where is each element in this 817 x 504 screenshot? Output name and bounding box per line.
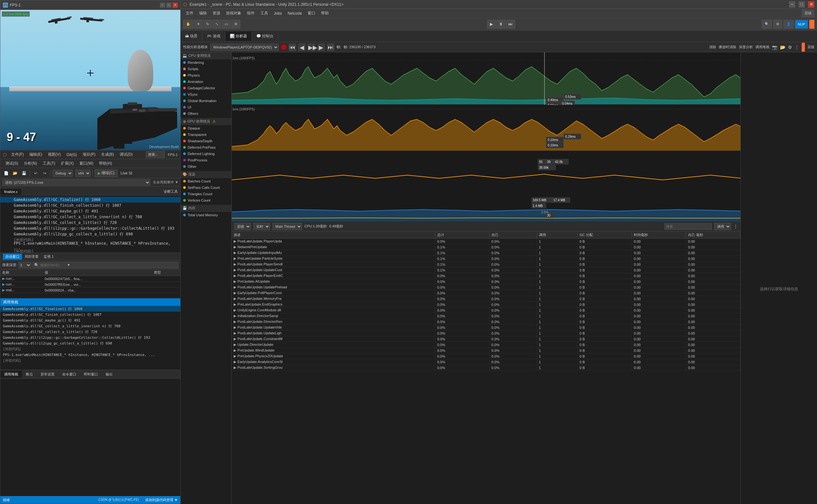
vs-tb-open[interactable]: 📂 (11, 169, 19, 177)
vs-stack-item-5[interactable]: GameAssembly.dll!GC_collect_a_little() 行… (0, 329, 180, 335)
vs-tb-redo[interactable]: ↪ (41, 169, 48, 177)
profiler-table-row[interactable]: ▶EarlyUpdate.UpdateInputMu 0.1% 0.0% 1 0… (232, 250, 740, 256)
unity-rotate-tool[interactable]: ↻ (203, 20, 212, 29)
profiler-table-row[interactable]: ▶NetworkPreUpdate 0.1% 0.0% 1 0 B 0.00 0… (232, 244, 740, 250)
vs-menu-build[interactable]: 生成(B) (99, 151, 116, 158)
unity-step-btn[interactable]: ⏭ (506, 20, 515, 29)
vs-btab-output[interactable]: 输出 (102, 371, 116, 378)
profiler-table-row[interactable]: ▶UnityEngine.CoreModule.dll 0.0% 0.0% 1 … (232, 308, 740, 313)
unity-move-tool[interactable]: ✛ (194, 20, 203, 29)
profiler-table-row[interactable]: ▶PostLateUpdate.UpdateLigh 0.0% 0.0% 1 0… (232, 330, 740, 336)
profiler-table-row[interactable]: ▶PostLateUpdate.SortingGrou 0.0% 0.0% 1 … (232, 365, 740, 371)
vs-stack-item-2[interactable]: GameAssembly.dll!GC_finish_collection() … (0, 312, 180, 317)
vs-search-input[interactable] (40, 263, 66, 267)
profiler-table-row[interactable]: ▶PostLateUpdate.DirectorRen 0.0% 0.0% 1 … (232, 319, 740, 325)
profiler-level-select[interactable]: 层级 (234, 223, 251, 230)
unity-menu-tools[interactable]: 工具 (258, 10, 271, 17)
profiler-cat-totalmemory[interactable]: Total Used Memory (181, 212, 231, 218)
profiler-goto-end-btn[interactable]: ⏭ (327, 44, 334, 51)
unity-account-btn[interactable]: 👤 (784, 20, 794, 29)
vs-menu-tools[interactable]: 工具(T) (40, 160, 58, 167)
unity-notification-btn[interactable] (809, 20, 814, 29)
vs-menu-extend[interactable]: 扩展(X) (58, 160, 76, 167)
profiler-tab-analyzer[interactable]: 📊 分析器 (225, 32, 252, 41)
vs-menu-analyze[interactable]: 分析(N) (21, 160, 40, 167)
unity-scale-tool[interactable]: ⤡ (212, 20, 221, 29)
th-calls[interactable]: 调用 (537, 232, 577, 239)
unity-search-btn[interactable]: 🔍 (762, 20, 772, 29)
profiler-layers-btn[interactable]: 层级 (807, 45, 814, 49)
vs-menu-test[interactable]: 测试(S) (3, 160, 21, 167)
profiler-cat-animation[interactable]: Animation (181, 78, 231, 85)
vs-process-select[interactable]: 进程: [27220] FPS-1.exe (2, 179, 150, 186)
vs-stack-item-1[interactable]: GameAssembly.dll!GC_finalize() 行 1060 (0, 306, 180, 312)
profiler-table-row[interactable]: ▶EarlyUpdate.PollPlayerConn 0.0% 0.0% 1 … (232, 290, 740, 296)
vs-search-field[interactable]: 🔍 ▼ (33, 262, 178, 268)
profiler-table-row[interactable]: ▶Update.DirectorUpdate 0.0% 0.0% 1 0 B 0… (232, 342, 740, 348)
profiler-table-row[interactable]: ▶PreLateUpdate.ParticleSyste 0.1% 0.0% 1… (232, 256, 740, 262)
profiler-table-row[interactable]: ▶PostLateUpdate.PlayerUpda 0.0% 0.0% 1 0… (232, 239, 740, 244)
unity-menu-netcode[interactable]: Netcode (285, 11, 304, 16)
vs-tab-finalize[interactable]: finalize.c (0, 188, 22, 195)
profiler-cat-gc[interactable]: GarbageCollector (181, 85, 231, 91)
vs-btab-callstack[interactable]: 调用堆栈 (0, 371, 22, 378)
th-self[interactable]: 自己 (489, 232, 537, 239)
unity-nup-btn[interactable]: NUP (795, 20, 808, 29)
profiler-clear-btn[interactable]: 清除 (709, 45, 716, 49)
th-time[interactable]: 时间毫秒 (632, 232, 686, 239)
profiler-next-btn[interactable]: ▶ (317, 44, 324, 51)
vs-watch-tab[interactable]: 监视 1 (41, 254, 56, 260)
th-total[interactable]: 总计 (435, 232, 489, 239)
profiler-goto-start-btn[interactable]: ⏮ (289, 44, 296, 51)
unity-menu-edit[interactable]: 编辑 (197, 10, 209, 17)
profiler-cat-postprocess[interactable]: PostProcess (181, 157, 231, 163)
unity-menu-window[interactable]: 窗口 (305, 10, 318, 17)
unity-all-tool[interactable]: ⚙ (231, 20, 240, 29)
vs-menu-view[interactable]: 视图(V) (45, 151, 63, 158)
unity-pause-btn[interactable]: ⏸ (497, 20, 506, 29)
profiler-tab-console[interactable]: 💬 控制台 (252, 32, 278, 41)
vs-depth-select[interactable]: 3 (19, 262, 31, 268)
vs-stack-item-6[interactable]: GameAssembly.dll!il2cpp::gc::GarbageColl… (0, 335, 180, 340)
unity-play-btn[interactable]: ▶ (487, 20, 496, 29)
profiler-cat-setpass[interactable]: SetPass Calls Count (181, 184, 231, 191)
profiler-snapshot-btn[interactable]: 📷 (772, 45, 777, 50)
profiler-call-select[interactable]: 调用 (714, 223, 731, 230)
profiler-table-row[interactable]: ▶EarlyUpdate.AnalyticsCoreSt 0.0% 0.0% 1… (232, 359, 740, 365)
vs-tb-save[interactable]: 💾 (20, 169, 28, 177)
unity-menu-jobs[interactable]: Jobs (271, 11, 284, 16)
profiler-cat-gi[interactable]: Global Illumination (181, 98, 231, 104)
profiler-table-row[interactable]: ▶PreLateUpdate.EndGraphics 0.0% 0.0% 1 0… (232, 302, 740, 308)
profiler-cat-opaque[interactable]: Opaque (181, 125, 231, 131)
profiler-table-row[interactable]: ▶PreUpdate.AIUpdate 0.0% 0.0% 1 0 B 0.00… (232, 279, 740, 285)
profiler-tab-scene[interactable]: 🏔 场景 (181, 32, 202, 41)
profiler-cat-other[interactable]: Other (181, 163, 231, 170)
profiler-tab-game[interactable]: 🎮 游戏 (202, 32, 225, 41)
vs-btab-immediate[interactable]: 即时窗口 (80, 371, 102, 378)
profiler-realtime-select[interactable]: 实时 (253, 223, 270, 230)
th-self-time[interactable]: 自己 毫秒 (686, 232, 740, 239)
vs-stack-item-8[interactable]: FPS-1.exe!wWinMain(HINSTANCE_* hInstance… (0, 352, 180, 358)
vs-livestt-btn[interactable]: Live St (119, 169, 134, 177)
unity-menu-help[interactable]: 帮助 (318, 10, 331, 17)
th-gc[interactable]: GC 分配 (578, 232, 632, 239)
profiler-alert-btn[interactable] (802, 43, 805, 52)
unity-menu-file[interactable]: 文件 (183, 10, 196, 17)
profiler-cat-shadows[interactable]: Shadows/Depth (181, 138, 231, 144)
unity-menu-gameobject[interactable]: 游戏对象 (223, 10, 244, 17)
profiler-cat-batches[interactable]: Batches Count (181, 178, 231, 184)
vs-tb-undo[interactable]: ↩ (32, 169, 40, 177)
profiler-settings-btn[interactable]: ⚙ (788, 45, 792, 50)
unity-layers-btn[interactable]: 层级 (802, 10, 814, 17)
profiler-prev-btn[interactable]: ◀ (298, 44, 305, 51)
unity-settings-btn[interactable]: ⚙ (773, 20, 782, 29)
profiler-cat-rendering[interactable]: Rendering (181, 59, 231, 66)
profiler-deep-btn[interactable]: 深度分析 (739, 45, 753, 49)
profiler-table-row[interactable]: ▶PostLateUpdate.ConstraintM 0.0% 0.0% 1 … (232, 336, 740, 342)
profiler-thread-select[interactable]: Main Thread (272, 223, 302, 230)
profiler-cat-deferred-prepass[interactable]: Deferred PrePass (181, 144, 231, 151)
profiler-more-btn[interactable]: ⋮ (795, 45, 799, 50)
vs-stack-item-7[interactable]: GameAssembly.dll!il2cpp_gc_collect_a_lit… (0, 340, 180, 346)
unity-hand-tool[interactable]: ✋ (183, 20, 193, 29)
vs-menu-file[interactable]: 文件(F) (9, 151, 26, 158)
